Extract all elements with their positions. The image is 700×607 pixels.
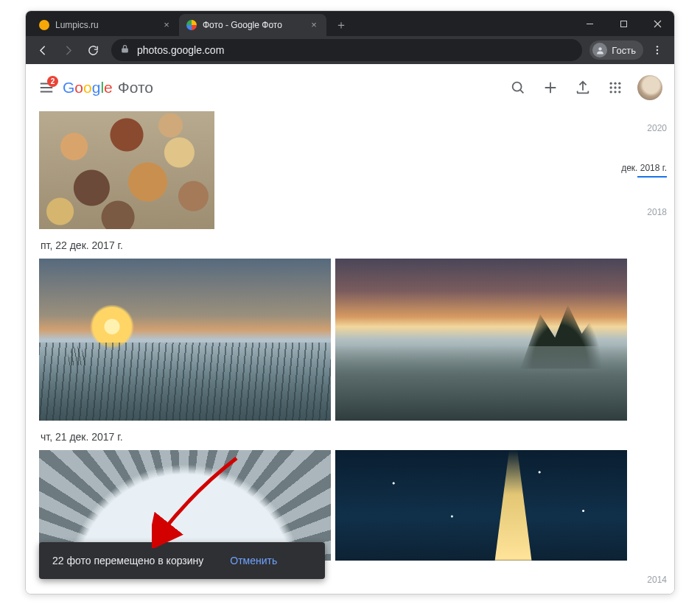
tab-lumpics[interactable]: Lumpics.ru × — [32, 14, 179, 36]
svg-point-9 — [610, 86, 612, 88]
tab-title: Фото - Google Фото — [203, 20, 309, 30]
timeline-indicator — [637, 176, 667, 178]
close-icon[interactable]: × — [161, 20, 172, 30]
svg-point-10 — [614, 86, 616, 88]
browser-window: Lumpics.ru × Фото - Google Фото × ＋ phot… — [25, 10, 675, 594]
profile-label: Гость — [612, 45, 636, 56]
photo-thumbnail[interactable] — [335, 259, 627, 421]
app-body: 2 Google Фото пт, 22 дек. 2017 г. — [26, 64, 674, 594]
svg-point-6 — [610, 82, 612, 84]
maximize-button[interactable] — [606, 11, 640, 36]
google-photos-logo[interactable]: Google Фото — [63, 79, 153, 97]
photo-thumbnail[interactable] — [335, 450, 627, 561]
new-tab-button[interactable]: ＋ — [326, 14, 356, 36]
lock-icon — [120, 43, 130, 57]
timeline-year: 2018 — [615, 207, 667, 217]
photo-grid: пт, 22 дек. 2017 г. чт, 21 дек. 2017 г. … — [26, 111, 674, 594]
account-avatar[interactable] — [637, 75, 662, 100]
user-icon — [592, 43, 607, 57]
undo-button[interactable]: Отменить — [230, 555, 277, 566]
timeline-year: 2014 — [647, 575, 667, 585]
tab-title: Lumpics.ru — [55, 20, 161, 30]
search-button[interactable] — [502, 71, 534, 104]
date-group-label: пт, 22 дек. 2017 г. — [41, 239, 674, 251]
timeline-year: 2020 — [615, 123, 667, 133]
minimize-button[interactable] — [573, 11, 606, 36]
notification-badge: 2 — [47, 76, 58, 87]
svg-point-12 — [610, 91, 612, 93]
reload-button[interactable] — [82, 39, 104, 61]
close-icon[interactable]: × — [309, 20, 319, 30]
favicon-icon — [186, 20, 197, 30]
tab-google-photos[interactable]: Фото - Google Фото × — [179, 14, 326, 36]
google-apps-button[interactable] — [599, 71, 631, 104]
back-button[interactable] — [32, 39, 54, 61]
svg-point-1 — [598, 47, 601, 50]
address-bar: photos.google.com Гость — [26, 36, 674, 64]
date-group-label: чт, 21 дек. 2017 г. — [41, 431, 674, 443]
photo-thumbnail[interactable] — [39, 259, 331, 421]
url-text: photos.google.com — [137, 44, 224, 56]
forward-button[interactable] — [57, 39, 79, 61]
svg-point-11 — [618, 86, 620, 88]
omnibox[interactable]: photos.google.com — [111, 39, 582, 61]
tabstrip: Lumpics.ru × Фото - Google Фото × ＋ — [32, 11, 573, 36]
window-controls — [573, 11, 674, 36]
favicon-icon — [39, 20, 49, 30]
close-window-button[interactable] — [640, 11, 674, 36]
timeline-scrubber[interactable]: 2020 дек. 2018 г. 2018 — [615, 123, 667, 247]
undo-toast: 22 фото перемещено в корзину Отменить — [39, 542, 325, 579]
browser-menu-button[interactable] — [646, 44, 668, 56]
menu-button[interactable]: 2 — [36, 77, 57, 98]
product-name: Фото — [118, 79, 153, 97]
svg-rect-0 — [620, 21, 626, 27]
svg-point-4 — [657, 52, 658, 54]
create-button[interactable] — [534, 71, 567, 104]
profile-chip[interactable]: Гость — [589, 41, 643, 60]
svg-point-8 — [618, 82, 620, 84]
svg-point-7 — [614, 82, 616, 84]
svg-point-2 — [657, 46, 658, 47]
svg-point-5 — [513, 82, 522, 91]
svg-point-14 — [618, 91, 620, 93]
upload-button[interactable] — [567, 71, 599, 104]
titlebar: Lumpics.ru × Фото - Google Фото × ＋ — [26, 11, 674, 36]
photo-thumbnail[interactable] — [39, 111, 214, 229]
svg-point-3 — [657, 49, 658, 51]
svg-point-13 — [614, 91, 616, 93]
app-header: 2 Google Фото — [26, 64, 674, 111]
toast-message: 22 фото перемещено в корзину — [52, 555, 203, 566]
timeline-month: дек. 2018 г. — [615, 163, 667, 173]
